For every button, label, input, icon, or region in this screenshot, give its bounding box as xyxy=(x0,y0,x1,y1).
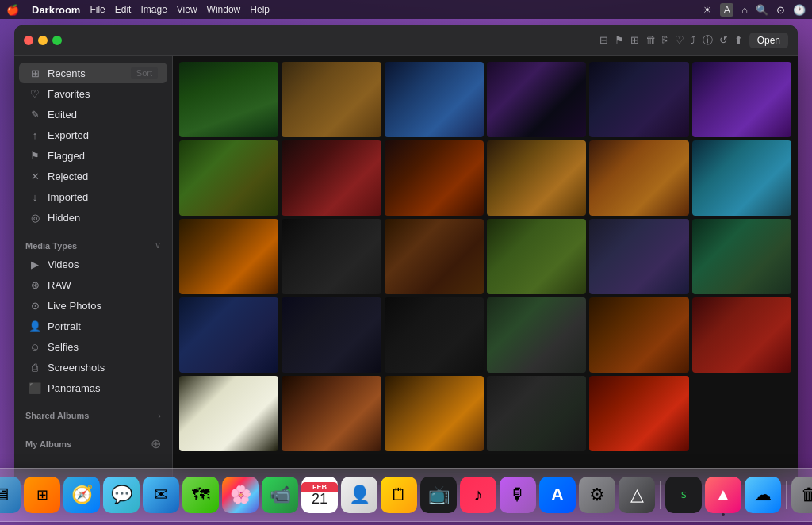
dock-item-syspref[interactable]: ⚙ xyxy=(579,477,615,513)
photo-cell[interactable] xyxy=(487,140,586,216)
photo-cell[interactable] xyxy=(179,376,278,451)
sidebar-item-live-photos[interactable]: ⊙ Live Photos xyxy=(19,296,167,316)
dock-item-finder[interactable]: 🖥 xyxy=(0,477,21,513)
minimize-button[interactable] xyxy=(38,36,48,45)
photo-cell[interactable] xyxy=(589,376,688,451)
photo-cell[interactable] xyxy=(385,140,484,216)
photo-cell[interactable] xyxy=(385,297,484,373)
dock-item-calendar[interactable]: FEB 21 xyxy=(301,477,338,513)
photo-cell[interactable] xyxy=(385,376,484,451)
sidebar-item-exported[interactable]: ↑ Exported xyxy=(19,125,167,145)
photo-cell[interactable] xyxy=(282,62,381,137)
dock-item-maps[interactable]: 🗺 xyxy=(182,477,219,513)
control-center-icon[interactable]: ⌂ xyxy=(741,4,748,16)
dock-item-notes[interactable]: 🗒 xyxy=(381,477,417,513)
photo-cell[interactable] xyxy=(692,297,791,373)
dock-item-terminal[interactable]: $ xyxy=(665,477,702,513)
dock-item-messages[interactable]: 💬 xyxy=(103,477,140,513)
app-name[interactable]: Darkroom xyxy=(32,4,80,16)
open-button[interactable]: Open xyxy=(749,33,788,48)
menu-view[interactable]: View xyxy=(177,4,197,15)
photo-cell[interactable] xyxy=(589,297,688,373)
export-icon[interactable]: ⬆ xyxy=(734,34,743,46)
photo-cell[interactable] xyxy=(179,140,278,216)
sidebar-item-screenshots[interactable]: ⎙ Screenshots xyxy=(19,358,167,377)
photo-cell[interactable] xyxy=(179,297,278,373)
notification-icon[interactable]: 🕐 xyxy=(793,4,806,16)
grid-icon[interactable]: ⊞ xyxy=(630,34,639,46)
photo-cell[interactable] xyxy=(282,219,381,294)
spotlight-icon[interactable]: 🔍 xyxy=(756,4,768,16)
photo-cell[interactable] xyxy=(282,140,381,216)
menu-file[interactable]: File xyxy=(90,4,105,15)
photo-cell[interactable] xyxy=(487,297,586,373)
menu-window[interactable]: Window xyxy=(207,4,241,15)
sidebar-item-rejected[interactable]: ✕ Rejected xyxy=(19,167,167,186)
flag-icon[interactable]: ⚑ xyxy=(615,34,624,46)
sidebar-item-imported[interactable]: ↓ Imported xyxy=(19,187,167,207)
sidebar-item-recents[interactable]: ⊞ Recents Sort xyxy=(19,63,167,83)
trash-icon[interactable]: 🗑 xyxy=(645,34,656,46)
apple-menu[interactable]: 🍎 xyxy=(6,4,19,16)
shared-albums-header[interactable]: Shared Albums › xyxy=(14,401,172,423)
sidebar-item-flagged[interactable]: ⚑ Flagged xyxy=(19,146,167,166)
brightness-icon[interactable]: ☀ xyxy=(703,4,712,16)
dock-item-mail[interactable]: ✉ xyxy=(143,477,179,513)
dock-item-icloud[interactable]: ☁ xyxy=(745,477,781,513)
copy-icon[interactable]: ⎘ xyxy=(662,34,668,46)
photo-cell[interactable] xyxy=(692,62,791,137)
maximize-button[interactable] xyxy=(52,36,62,45)
dock-item-trash[interactable]: 🗑 xyxy=(791,477,812,513)
revert-icon[interactable]: ↺ xyxy=(719,34,728,46)
dock-item-podcasts[interactable]: 🎙 xyxy=(500,477,536,513)
sidebar-toggle-icon[interactable]: ⊟ xyxy=(599,34,608,46)
close-button[interactable] xyxy=(24,36,33,45)
photo-cell[interactable] xyxy=(282,297,381,373)
dock-item-appletv[interactable]: 📺 xyxy=(420,477,457,513)
sort-button[interactable]: Sort xyxy=(131,67,158,79)
dock-item-appstore[interactable]: A xyxy=(539,477,576,513)
sidebar-item-videos[interactable]: ▶ Videos xyxy=(19,255,167,274)
dock-item-safari[interactable]: 🧭 xyxy=(63,477,100,513)
menu-image[interactable]: Image xyxy=(140,4,167,15)
heart-icon[interactable]: ♡ xyxy=(675,34,684,46)
photo-cell[interactable] xyxy=(487,219,586,294)
photo-cell[interactable] xyxy=(385,62,484,137)
sidebar-item-selfies[interactable]: ☺ Selfies xyxy=(19,337,167,357)
dock-item-music[interactable]: ♪ xyxy=(460,477,496,513)
photo-cell[interactable] xyxy=(385,219,484,294)
share-icon[interactable]: ⤴ xyxy=(691,34,696,46)
dock-item-applemir[interactable]: △ xyxy=(619,477,655,513)
photo-cell[interactable] xyxy=(487,62,586,137)
sidebar-item-panoramas[interactable]: ⬛ Panoramas xyxy=(19,378,167,398)
dock-item-darkroom[interactable]: ▲ xyxy=(705,477,741,513)
photo-cell[interactable] xyxy=(589,219,688,294)
sidebar-item-portrait[interactable]: 👤 Portrait xyxy=(19,316,167,336)
dock-item-contacts[interactable]: 👤 xyxy=(341,477,377,513)
sidebar-item-edited[interactable]: ✎ Edited xyxy=(19,105,167,125)
info-icon[interactable]: ⓘ xyxy=(703,33,713,48)
my-albums-header[interactable]: My Albums ⊕ xyxy=(14,427,172,454)
sidebar-item-hidden[interactable]: ◎ Hidden xyxy=(19,208,167,228)
media-types-header[interactable]: Media Types ∨ xyxy=(14,231,172,254)
menu-edit[interactable]: Edit xyxy=(115,4,132,15)
dock-item-facetime[interactable]: 📹 xyxy=(262,477,298,513)
photo-cell[interactable] xyxy=(692,219,791,294)
photo-cell[interactable] xyxy=(487,376,586,451)
siri-icon[interactable]: ⊙ xyxy=(776,4,785,16)
sidebar-item-raw[interactable]: ⊛ RAW xyxy=(19,275,167,295)
photo-cell[interactable] xyxy=(282,376,381,451)
photo-cell[interactable] xyxy=(589,140,688,216)
photo-cell[interactable] xyxy=(179,62,278,137)
photo-cell[interactable] xyxy=(179,219,278,294)
photo-thumbnail xyxy=(282,140,381,216)
dock-item-photos[interactable]: 🌸 xyxy=(222,477,259,513)
photo-cell[interactable] xyxy=(692,140,791,216)
text-input-icon[interactable]: A xyxy=(720,3,733,17)
traffic-lights xyxy=(24,36,62,45)
dock-item-launchpad[interactable]: ⊞ xyxy=(24,477,60,513)
photo-cell[interactable] xyxy=(589,62,688,137)
menu-help[interactable]: Help xyxy=(250,4,270,15)
sidebar-item-favorites[interactable]: ♡ Favorites xyxy=(19,84,167,104)
add-album-button[interactable]: ⊕ xyxy=(151,436,161,451)
